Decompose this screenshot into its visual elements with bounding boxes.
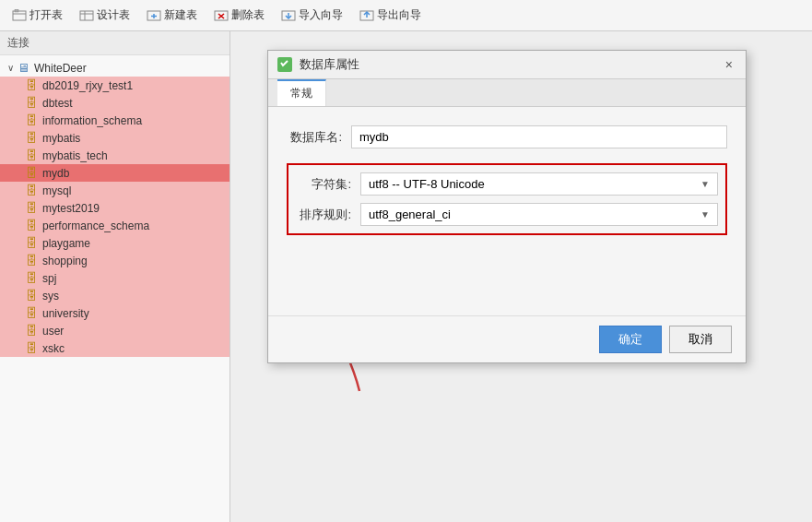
list-item[interactable]: 🗄 mybatis	[0, 129, 229, 147]
tree-root: ∨ 🖥 WhiteDeer 🗄 db2019_rjxy_test1 🗄 dbte…	[0, 55, 229, 361]
db-icon: 🗄	[26, 201, 38, 215]
modal-titlebar: 数据库属性 ×	[268, 51, 746, 79]
expand-arrow: ∨	[7, 63, 14, 73]
design-table-label: 设计表	[97, 7, 130, 23]
collation-value: utf8_general_ci	[369, 208, 693, 221]
collation-dropdown-arrow: ▼	[700, 209, 710, 219]
content-area: 连接 ∨ 🖥 WhiteDeer 🗄 db2019_rjxy_test1	[0, 31, 812, 522]
import-wizard-label: 导入向导	[299, 7, 343, 23]
db-label: playgame	[42, 237, 90, 250]
db-name-field	[351, 125, 727, 148]
charset-row: 字符集: utf8 -- UTF-8 Unicode ▼	[296, 172, 718, 196]
db-icon: 🗄	[26, 166, 38, 180]
db-label: information_schema	[42, 114, 142, 127]
open-table-label: 打开表	[29, 7, 63, 23]
db-label: db2019_rjxy_test1	[42, 79, 133, 92]
db-icon: 🗄	[26, 289, 38, 303]
db-icon: 🗄	[26, 236, 38, 250]
connection-header: 连接	[0, 31, 229, 55]
db-label: xskc	[42, 342, 65, 355]
svg-rect-3	[80, 11, 93, 20]
list-item[interactable]: 🗄 mybatis_tech	[0, 147, 229, 164]
main-area: 数据库属性 × 常规 数据库名:	[230, 31, 812, 522]
design-table-icon	[79, 9, 94, 22]
import-wizard-icon	[281, 9, 296, 22]
db-icon: 🗄	[26, 254, 38, 267]
collation-label: 排序规则:	[296, 207, 360, 223]
list-item[interactable]: 🗄 db2019_rjxy_test1	[0, 77, 229, 94]
db-label: spj	[42, 272, 56, 285]
new-table-button[interactable]: 新建表	[140, 5, 204, 26]
ok-button[interactable]: 确定	[599, 326, 662, 353]
svg-rect-1	[15, 9, 18, 12]
modal-footer: 确定 取消	[268, 315, 746, 362]
db-name-input[interactable]	[351, 125, 727, 148]
delete-table-button[interactable]: 删除表	[207, 5, 271, 26]
db-icon: 🗄	[26, 78, 38, 92]
db-label: performance_schema	[42, 219, 149, 232]
tab-general[interactable]: 常规	[277, 79, 326, 106]
left-panel: 连接 ∨ 🖥 WhiteDeer 🗄 db2019_rjxy_test1	[0, 31, 230, 522]
list-item[interactable]: 🗄 shopping	[0, 252, 229, 269]
db-label: user	[42, 325, 64, 338]
db-label: shopping	[42, 255, 88, 267]
import-wizard-button[interactable]: 导入向导	[275, 5, 349, 26]
db-name-label: 数据库名:	[287, 129, 351, 146]
charset-dropdown-arrow: ▼	[700, 179, 710, 189]
list-item[interactable]: 🗄 xskc	[0, 339, 229, 357]
db-icon: 🗄	[26, 113, 38, 127]
db-label: dbtest	[42, 97, 73, 110]
export-wizard-button[interactable]: 导出向导	[353, 5, 428, 26]
cancel-button[interactable]: 取消	[669, 326, 732, 353]
list-item[interactable]: 🗄 information_schema	[0, 112, 229, 129]
charset-collation-box: 字符集: utf8 -- UTF-8 Unicode ▼ 排序规则:	[287, 163, 727, 235]
db-icon: 🗄	[26, 271, 38, 285]
db-icon: 🗄	[26, 96, 38, 110]
open-table-button[interactable]: 打开表	[6, 5, 69, 26]
collation-select[interactable]: utf8_general_ci ▼	[360, 203, 718, 226]
db-icon: 🗄	[26, 148, 38, 162]
server-icon: 🖥	[18, 61, 29, 75]
delete-table-label: 删除表	[231, 7, 265, 23]
list-item-user[interactable]: 🗄 user	[0, 322, 229, 339]
modal-close-button[interactable]: ×	[722, 57, 736, 72]
db-icon: 🗄	[26, 131, 38, 145]
db-icon: 🗄	[26, 184, 38, 197]
toolbar: 打开表 设计表 新建表	[0, 0, 812, 31]
charset-label: 字符集:	[296, 176, 360, 193]
list-item-university[interactable]: 🗄 university	[0, 304, 229, 322]
db-icon: 🗄	[26, 324, 38, 338]
db-name-row: 数据库名:	[287, 125, 727, 148]
modal-overlay: 数据库属性 × 常规 数据库名:	[230, 31, 812, 522]
list-item-mydb[interactable]: 🗄 mydb	[0, 164, 229, 182]
new-table-label: 新建表	[164, 7, 197, 23]
db-icon: 🗄	[26, 219, 38, 232]
list-item[interactable]: 🗄 mytest2019	[0, 199, 229, 217]
modal-body: 数据库名: 字符集: utf8 -- UTF-8 Unicode	[268, 107, 746, 315]
charset-select[interactable]: utf8 -- UTF-8 Unicode ▼	[360, 172, 718, 196]
delete-table-icon	[214, 9, 229, 22]
list-item[interactable]: 🗄 playgame	[0, 234, 229, 252]
export-wizard-label: 导出向导	[377, 7, 421, 23]
connection-node[interactable]: ∨ 🖥 WhiteDeer	[0, 59, 229, 77]
db-label: university	[42, 307, 89, 320]
list-item[interactable]: 🗄 dbtest	[0, 94, 229, 112]
list-item[interactable]: 🗄 performance_schema	[0, 217, 229, 234]
connection-label: WhiteDeer	[34, 62, 87, 75]
db-label: sys	[42, 290, 59, 303]
db-icon: 🗄	[26, 306, 38, 320]
list-item[interactable]: 🗄 sys	[0, 287, 229, 304]
db-icon: 🗄	[26, 341, 38, 355]
modal-title: 数据库属性	[300, 56, 714, 73]
open-table-icon	[12, 9, 27, 22]
tree-area[interactable]: ∨ 🖥 WhiteDeer 🗄 db2019_rjxy_test1 🗄 dbte…	[0, 55, 229, 522]
collation-row: 排序规则: utf8_general_ci ▼	[296, 203, 718, 226]
db-label: mysql	[42, 184, 71, 197]
list-item[interactable]: 🗄 spj	[0, 269, 229, 287]
modal-tabs: 常规	[268, 79, 746, 107]
design-table-button[interactable]: 设计表	[73, 5, 136, 26]
db-label: mybatis_tech	[42, 149, 108, 162]
charset-value: utf8 -- UTF-8 Unicode	[369, 177, 693, 191]
modal-title-icon	[277, 57, 292, 72]
list-item[interactable]: 🗄 mysql	[0, 182, 229, 199]
